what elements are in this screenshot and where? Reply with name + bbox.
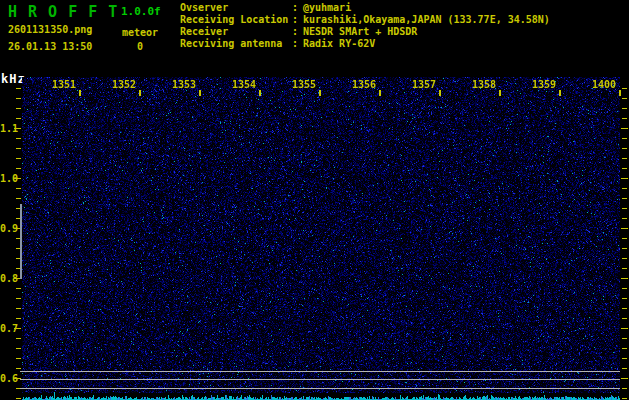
- freq-minor-tick-right: [622, 368, 627, 369]
- freq-minor-tick-right: [622, 298, 627, 299]
- carrier-line: [20, 388, 620, 389]
- freq-minor-tick-left: [16, 318, 21, 319]
- freq-minor-tick-left: [16, 108, 21, 109]
- time-tick-label: 1354: [226, 79, 256, 89]
- freq-minor-tick-right: [622, 318, 627, 319]
- freq-minor-tick-left: [16, 348, 21, 349]
- freq-major-tick-right: [621, 328, 628, 329]
- time-tick: [139, 90, 141, 96]
- freq-tick-label: 0.7: [0, 323, 13, 333]
- freq-minor-tick-right: [622, 198, 627, 199]
- freq-minor-tick-right: [622, 308, 627, 309]
- freq-tick-label: 1.1: [0, 123, 13, 133]
- freq-minor-tick-right: [622, 358, 627, 359]
- freq-tick-label: 0.6: [0, 373, 13, 383]
- time-tick-label: 1352: [106, 79, 136, 89]
- app-version: 1.0.0f: [121, 5, 161, 18]
- freq-minor-tick-right: [622, 108, 627, 109]
- time-tick: [259, 90, 261, 96]
- time-tick-label: 1356: [346, 79, 376, 89]
- freq-major-tick-left: [14, 178, 21, 179]
- info-separator: :: [292, 26, 302, 38]
- time-tick-label: 1355: [286, 79, 316, 89]
- freq-minor-tick-left: [16, 158, 21, 159]
- hrofft-output-image: H R O F F T 1.0.0f 2601131350.png meteor…: [0, 0, 629, 400]
- info-label: Receiver: [180, 26, 292, 38]
- freq-minor-tick-right: [622, 188, 627, 189]
- scale-bar: [20, 204, 22, 279]
- info-label: Ovserver: [180, 2, 292, 14]
- time-tick: [559, 90, 561, 96]
- freq-minor-tick-left: [16, 338, 21, 339]
- freq-minor-tick-left: [16, 308, 21, 309]
- info-row-antenna: Recviving antenna : Radix RY-62V: [180, 38, 550, 50]
- time-tick: [199, 90, 201, 96]
- freq-minor-tick-right: [622, 248, 627, 249]
- freq-minor-tick-right: [622, 338, 627, 339]
- meteor-count-value: 0: [122, 41, 158, 52]
- output-filename: 2601131350.png: [8, 24, 92, 35]
- freq-minor-tick-left: [16, 98, 21, 99]
- info-row-observer: Ovserver : @yuhmari: [180, 2, 550, 14]
- freq-major-tick-right: [621, 178, 628, 179]
- freq-minor-tick-left: [16, 288, 21, 289]
- freq-minor-tick-right: [622, 138, 627, 139]
- time-tick: [79, 90, 81, 96]
- time-tick: [619, 90, 621, 96]
- freq-tick-label: 1.0: [0, 173, 13, 183]
- freq-minor-tick-left: [16, 118, 21, 119]
- freq-minor-tick-right: [622, 168, 627, 169]
- freq-minor-tick-right: [622, 398, 627, 399]
- time-tick-label: 1358: [466, 79, 496, 89]
- freq-minor-tick-left: [16, 188, 21, 189]
- freq-major-tick-left: [14, 128, 21, 129]
- time-tick: [319, 90, 321, 96]
- observation-datetime: 26.01.13 13:50: [8, 41, 92, 52]
- freq-major-tick-right: [621, 278, 628, 279]
- freq-minor-tick-right: [622, 268, 627, 269]
- freq-minor-tick-left: [16, 298, 21, 299]
- time-tick: [499, 90, 501, 96]
- time-tick-label: 1357: [406, 79, 436, 89]
- freq-minor-tick-left: [16, 168, 21, 169]
- time-tick-label: 1351: [46, 79, 76, 89]
- observer-info-block: Ovserver : @yuhmari Receiving Location :…: [180, 2, 550, 50]
- freq-minor-tick-right: [622, 148, 627, 149]
- freq-minor-tick-right: [622, 118, 627, 119]
- time-tick-label: 1353: [166, 79, 196, 89]
- freq-minor-tick-left: [16, 398, 21, 399]
- freq-minor-tick-right: [622, 218, 627, 219]
- freq-major-tick-right: [621, 378, 628, 379]
- freq-minor-tick-right: [622, 348, 627, 349]
- meteor-count-label: meteor: [122, 27, 158, 38]
- freq-minor-tick-right: [622, 258, 627, 259]
- spectrogram-canvas: [22, 77, 620, 400]
- freq-minor-tick-left: [16, 198, 21, 199]
- freq-minor-tick-left: [16, 88, 21, 89]
- info-row-receiver: Receiver : NESDR SMArt + HDSDR: [180, 26, 550, 38]
- freq-tick-label: 0.9: [0, 223, 13, 233]
- info-separator: :: [292, 14, 302, 26]
- info-label: Receiving Location: [180, 14, 292, 26]
- app-title: H R O F F T: [8, 3, 118, 21]
- info-separator: :: [292, 2, 302, 14]
- time-tick: [439, 90, 441, 96]
- time-tick-label: 1359: [526, 79, 556, 89]
- info-value: Radix RY-62V: [303, 38, 375, 50]
- freq-minor-tick-right: [622, 238, 627, 239]
- freq-major-tick-right: [621, 228, 628, 229]
- freq-major-tick-left: [14, 328, 21, 329]
- info-row-location: Receiving Location : kurashiki,Okayama,J…: [180, 14, 550, 26]
- freq-minor-tick-left: [16, 368, 21, 369]
- freq-minor-tick-left: [16, 358, 21, 359]
- freq-minor-tick-right: [622, 98, 627, 99]
- time-tick-label: 1400: [586, 79, 616, 89]
- freq-minor-tick-right: [622, 88, 627, 89]
- carrier-line: [20, 379, 620, 380]
- freq-tick-label: 0.8: [0, 273, 13, 283]
- freq-minor-tick-left: [16, 148, 21, 149]
- freq-minor-tick-left: [16, 138, 21, 139]
- freq-minor-tick-right: [622, 158, 627, 159]
- info-value: @yuhmari: [303, 2, 351, 14]
- carrier-line: [20, 371, 620, 372]
